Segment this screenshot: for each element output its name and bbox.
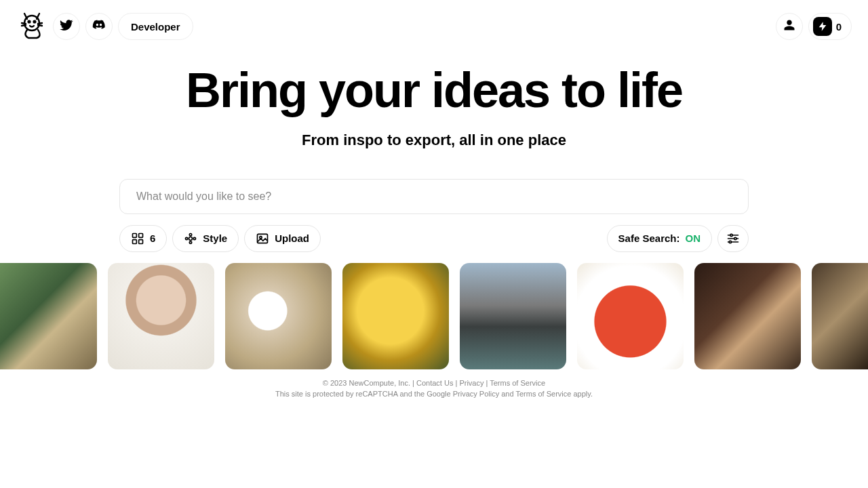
grid-icon xyxy=(131,232,144,245)
style-label: Style xyxy=(203,232,227,244)
developer-label: Developer xyxy=(131,21,180,33)
safe-search-label: Safe Search: xyxy=(618,232,680,244)
filters-button[interactable] xyxy=(717,225,749,252)
safe-search-state: ON xyxy=(686,232,701,244)
gallery-tile[interactable] xyxy=(812,263,868,369)
gallery-tile[interactable] xyxy=(225,263,332,369)
gallery-tile[interactable] xyxy=(460,263,566,369)
svg-point-1 xyxy=(28,21,31,23)
controls-row: 6 Style Upload Safe Search: ON xyxy=(119,225,749,252)
developer-button[interactable]: Developer xyxy=(118,13,193,40)
sliders-icon xyxy=(726,232,740,245)
style-icon xyxy=(184,232,197,245)
person-icon xyxy=(783,19,795,34)
twitter-button[interactable] xyxy=(53,13,80,40)
gallery-strip[interactable] xyxy=(0,263,868,369)
gallery-tile[interactable] xyxy=(577,263,684,369)
safe-search-toggle[interactable]: Safe Search: ON xyxy=(607,225,712,252)
grid-count-button[interactable]: 6 xyxy=(119,225,167,252)
profile-button[interactable] xyxy=(776,13,803,40)
gallery-tile[interactable] xyxy=(0,263,97,369)
svg-rect-5 xyxy=(133,239,137,243)
grid-count-label: 6 xyxy=(150,232,155,244)
svg-point-15 xyxy=(730,234,732,236)
image-icon xyxy=(256,232,269,245)
svg-point-8 xyxy=(190,233,192,235)
svg-rect-6 xyxy=(139,239,143,243)
svg-point-9 xyxy=(190,241,192,243)
gallery-tile[interactable] xyxy=(108,263,214,369)
bolt-icon xyxy=(813,17,832,36)
gallery-tile[interactable] xyxy=(342,263,449,369)
svg-point-2 xyxy=(34,21,36,23)
svg-point-10 xyxy=(186,237,188,239)
footer-recaptcha: This site is protected by reCAPTCHA and … xyxy=(0,388,868,400)
svg-rect-3 xyxy=(133,233,137,237)
footer: © 2023 NewCompute, Inc. | Contact Us | P… xyxy=(0,378,868,400)
site-logo[interactable] xyxy=(16,11,47,42)
search-box[interactable] xyxy=(119,179,749,214)
footer-terms-link[interactable]: Terms of Service xyxy=(490,379,545,387)
svg-point-11 xyxy=(194,237,196,239)
cat-logo-icon xyxy=(16,9,47,43)
upload-label: Upload xyxy=(275,232,309,244)
footer-contact-link[interactable]: Contact Us xyxy=(416,379,453,387)
discord-icon xyxy=(92,18,106,35)
hero-subtitle: From inspo to export, all in one place xyxy=(0,131,868,149)
twitter-icon xyxy=(60,18,73,35)
credits-button[interactable]: 0 xyxy=(808,13,852,40)
footer-copyright: © 2023 NewCompute, Inc. xyxy=(323,379,410,387)
footer-google-pp-link[interactable]: Privacy Policy xyxy=(453,390,499,398)
upload-button[interactable]: Upload xyxy=(244,225,321,252)
hero-section: Bring your ideas to life From inspo to e… xyxy=(0,65,868,149)
header: Developer 0 xyxy=(0,0,868,53)
hero-title: Bring your ideas to life xyxy=(0,65,868,117)
search-container xyxy=(119,179,749,214)
svg-point-0 xyxy=(24,16,39,30)
search-input[interactable] xyxy=(136,190,732,203)
footer-google-tos-link[interactable]: Terms of Service xyxy=(515,390,571,398)
discord-button[interactable] xyxy=(85,13,113,40)
svg-point-19 xyxy=(729,241,731,243)
footer-links: © 2023 NewCompute, Inc. | Contact Us | P… xyxy=(0,378,868,389)
svg-rect-4 xyxy=(139,233,143,237)
gallery-tile[interactable] xyxy=(694,263,801,369)
svg-point-7 xyxy=(189,237,193,240)
svg-point-17 xyxy=(734,237,736,239)
footer-privacy-link[interactable]: Privacy xyxy=(459,379,484,387)
style-button[interactable]: Style xyxy=(172,225,239,252)
credits-count: 0 xyxy=(836,21,842,33)
